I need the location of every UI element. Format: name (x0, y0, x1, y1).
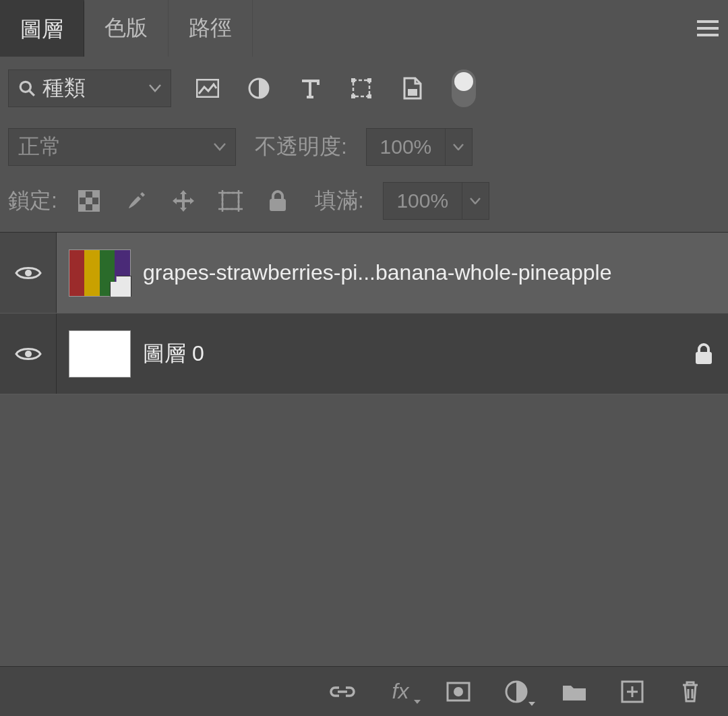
layer-name[interactable]: 圖層 0 (143, 339, 679, 369)
tab-layers[interactable]: 圖層 (0, 0, 84, 57)
opacity-field-group: 100% (366, 128, 473, 166)
chevron-down-icon (214, 143, 226, 151)
lock-artboard-icon[interactable] (218, 188, 243, 214)
lock-all-icon[interactable] (265, 188, 291, 214)
svg-rect-24 (696, 352, 712, 364)
svg-rect-12 (92, 191, 99, 198)
lock-icons (76, 188, 291, 214)
svg-rect-15 (92, 204, 99, 211)
tab-paths[interactable]: 路徑 (169, 0, 253, 57)
opacity-dropdown-chevron[interactable] (446, 128, 473, 166)
filter-type-icons (194, 69, 476, 107)
svg-rect-8 (367, 94, 371, 98)
fill-field-group: 100% (383, 182, 489, 220)
fill-dropdown-chevron[interactable] (462, 182, 489, 220)
bottom-toolbar: fx (0, 666, 728, 716)
svg-rect-4 (353, 80, 369, 96)
tabs-spacer (253, 0, 688, 57)
layer-name[interactable]: grapes-strawberries-pi...banana-whole-pi… (143, 260, 679, 285)
lock-paint-icon[interactable] (123, 188, 149, 214)
opacity-label: 不透明度: (255, 132, 347, 162)
filter-adjustment-icon[interactable] (245, 75, 272, 102)
filter-type-text-icon[interactable] (297, 75, 324, 102)
svg-point-26 (454, 687, 463, 696)
tab-channels[interactable]: 色版 (84, 0, 169, 57)
filter-kind-label: 種類 (42, 73, 86, 103)
svg-line-1 (29, 90, 34, 96)
search-icon (18, 80, 36, 97)
blend-row: 正常 不透明度: 100% (0, 120, 728, 174)
link-layers-icon[interactable] (329, 678, 356, 705)
filter-toggle[interactable] (452, 69, 476, 107)
lock-position-icon[interactable] (171, 188, 196, 214)
toggle-knob (454, 72, 473, 91)
filter-shape-icon[interactable] (348, 75, 375, 102)
visibility-toggle[interactable] (0, 314, 57, 394)
new-group-icon[interactable] (561, 678, 588, 705)
svg-rect-6 (367, 78, 371, 82)
panel-tabs: 圖層 色版 路徑 (0, 0, 728, 57)
svg-rect-21 (270, 199, 286, 211)
layer-thumbnail[interactable] (69, 249, 131, 297)
layer-style-icon[interactable]: fx (387, 678, 414, 705)
blend-mode-dropdown[interactable]: 正常 (8, 128, 236, 166)
opacity-input[interactable]: 100% (366, 128, 446, 166)
fill-label: 填滿: (315, 186, 364, 216)
filter-kind-dropdown[interactable]: 種類 (8, 69, 171, 107)
layer-row[interactable]: grapes-strawberries-pi...banana-whole-pi… (0, 233, 728, 314)
layers-list: grapes-strawberries-pi...banana-whole-pi… (0, 232, 728, 394)
new-layer-icon[interactable] (619, 678, 646, 705)
lock-label: 鎖定: (8, 186, 57, 216)
add-mask-icon[interactable] (445, 678, 472, 705)
visibility-toggle[interactable] (0, 233, 57, 313)
svg-rect-16 (222, 193, 239, 209)
delete-layer-icon[interactable] (677, 678, 704, 705)
filter-pixel-icon[interactable] (194, 75, 221, 102)
filter-smartobject-icon[interactable] (399, 75, 426, 102)
layer-thumbnail[interactable] (69, 330, 131, 378)
fill-input[interactable]: 100% (383, 182, 462, 220)
chevron-down-icon (149, 84, 161, 92)
layer-row[interactable]: 圖層 0 (0, 314, 728, 394)
layers-empty-area (0, 394, 728, 666)
filter-row: 種類 (0, 57, 728, 120)
svg-point-23 (25, 351, 32, 357)
layer-lock-indicator[interactable] (679, 342, 728, 365)
lock-transparent-icon[interactable] (76, 188, 102, 214)
lock-row: 鎖定: 填滿: 100% (0, 174, 728, 232)
svg-rect-5 (351, 78, 355, 82)
svg-point-0 (20, 82, 30, 92)
panel-menu-icon[interactable] (688, 0, 728, 57)
svg-point-22 (25, 270, 32, 276)
new-adjustment-layer-icon[interactable] (503, 678, 530, 705)
svg-rect-13 (86, 198, 92, 204)
blend-mode-label: 正常 (18, 132, 61, 162)
svg-rect-14 (79, 204, 86, 211)
svg-rect-11 (79, 191, 86, 198)
svg-rect-7 (351, 94, 355, 98)
svg-rect-9 (408, 89, 417, 96)
